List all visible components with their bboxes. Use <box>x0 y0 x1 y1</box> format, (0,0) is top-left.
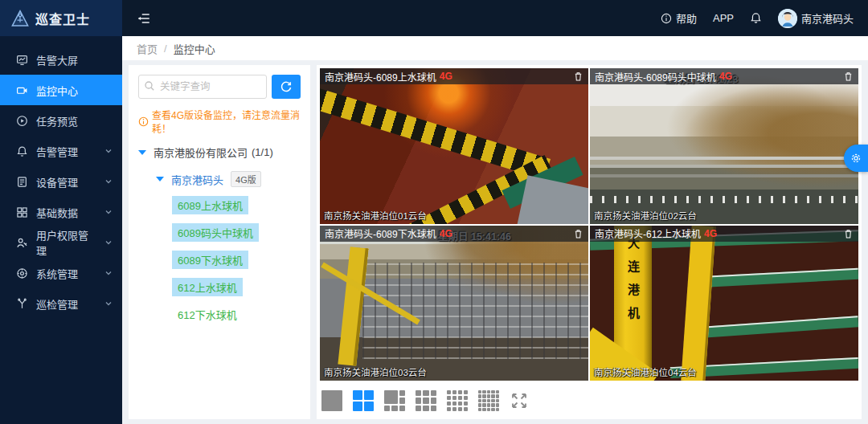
video-tile-6089-lower[interactable]: 星期日 15:41:46 南京港码头-6089下水球机 4G 南京扬关油港泊位0… <box>320 226 588 381</box>
tree-node-site: 南京港码头 4G版 <box>156 171 301 187</box>
camera-label[interactable]: 6089码头中球机 <box>172 223 259 242</box>
video-frame <box>320 226 588 381</box>
camera-item: 6089码头中球机 <box>172 223 301 242</box>
camera-item: 612下水球机 <box>172 305 301 324</box>
video-title-bar: 南京港码头-6089码头中球机 4G <box>590 68 858 84</box>
video-tile-6089-upper[interactable]: 南京港码头-6089上水球机 4G 南京扬关油港泊位01云台 <box>320 68 588 224</box>
device-icon <box>16 176 28 188</box>
sidebar-item-task-preview[interactable]: 任务预览 <box>0 105 122 136</box>
video-title: 南京港码头-6089码头中球机 <box>595 70 716 84</box>
app-logo-icon <box>11 10 29 27</box>
help-label: 帮助 <box>676 10 697 26</box>
layout-6-icon[interactable] <box>384 390 405 411</box>
user-menu[interactable]: 南京港码头 <box>778 9 854 28</box>
sidebar-item-patrol-management[interactable]: 巡检管理 <box>0 288 122 319</box>
camera-osd-caption: 南京扬关油港泊位01云台 <box>324 209 427 222</box>
data-grid-icon <box>16 206 28 218</box>
close-video-trash-icon[interactable] <box>843 228 854 239</box>
task-preview-icon <box>16 115 28 127</box>
sidebar-item-label: 告警管理 <box>36 144 78 159</box>
video-art <box>697 267 858 287</box>
sidebar-item-monitor-center[interactable]: 监控中心 <box>0 75 122 105</box>
search-field-wrap <box>138 75 267 99</box>
notification-bell-button[interactable] <box>750 12 762 24</box>
video-4g-tag: 4G <box>440 228 452 239</box>
video-title-bar: 南京港码头-6089上水球机 4G <box>320 68 588 84</box>
layout-1-icon[interactable] <box>321 390 342 411</box>
video-title: 南京港码头-6089上水球机 <box>325 70 436 84</box>
chevron-down-icon <box>104 300 113 308</box>
video-art <box>590 196 858 203</box>
gear-icon <box>850 152 862 165</box>
sidebar-item-label: 任务预览 <box>36 113 78 128</box>
video-art <box>590 157 858 160</box>
video-art <box>702 316 858 338</box>
video-tile-6089-middle[interactable]: 星期日 15:41:23 南京港码头-6089码头中球机 4G 南京扬关油港泊位… <box>590 68 858 224</box>
tree-expander-icon[interactable] <box>138 150 146 155</box>
sidebar-item-alarm-screen[interactable]: 告警大屏 <box>0 44 122 75</box>
sidebar-item-label: 用户权限管理 <box>36 227 96 258</box>
sidebar-item-system-management[interactable]: 系统管理 <box>0 258 122 288</box>
content-area: 查看4G版设备监控，请注意流量消耗！ 南京港股份有限公司 (1/1) 南京港码头… <box>122 60 868 424</box>
app-link[interactable]: APP <box>713 12 734 24</box>
camera-label[interactable]: 612上水球机 <box>172 278 243 296</box>
sidebar-item-alarm-management[interactable]: 告警管理 <box>0 136 122 166</box>
breadcrumb-home[interactable]: 首页 <box>137 41 158 56</box>
chevron-down-icon <box>104 147 113 155</box>
close-video-trash-icon[interactable] <box>573 71 583 82</box>
video-wall-panel: 南京港码头-6089上水球机 4G 南京扬关油港泊位01云台 星期日 15:41… <box>317 65 862 419</box>
help-button[interactable]: 帮助 <box>661 10 697 26</box>
video-art <box>517 175 588 223</box>
topbar: 帮助 APP 南京港码头 <box>122 0 868 36</box>
tree-expander-icon[interactable] <box>156 177 164 181</box>
user-name: 南京港码头 <box>801 10 854 26</box>
bell-icon <box>750 12 762 24</box>
alarm-screen-icon <box>16 54 28 66</box>
camera-label[interactable]: 612下水球机 <box>172 305 243 324</box>
sidebar-item-label: 告警大屏 <box>36 52 78 67</box>
breadcrumb-separator: / <box>164 43 167 55</box>
tree-node-company: 南京港股份有限公司 (1/1) <box>138 145 301 160</box>
layout-toolbar <box>320 381 858 416</box>
patrol-icon <box>16 298 28 310</box>
close-video-trash-icon[interactable] <box>843 71 854 82</box>
layout-25-icon[interactable] <box>478 390 499 411</box>
device-tree: 南京港股份有限公司 (1/1) 南京港码头 4G版 6089上水球机 6089码… <box>138 145 301 324</box>
alarm-bell-icon <box>16 145 28 157</box>
refresh-button[interactable] <box>272 75 301 99</box>
video-tile-612-upper[interactable]: 大连港机 南京港码头-612上水球机 4G 南京扬关油港泊位04云台 <box>590 226 858 381</box>
search-icon <box>144 80 155 95</box>
site-label[interactable]: 南京港码头 <box>171 172 223 187</box>
sidebar-item-basic-data[interactable]: 基础数据 <box>0 197 122 227</box>
video-title-bar: 南京港码头-6089下水球机 4G <box>320 226 588 242</box>
avatar <box>778 9 797 28</box>
traffic-notice: 查看4G版设备监控，请注意流量消耗！ <box>138 108 301 135</box>
sidebar-item-label: 系统管理 <box>36 266 78 281</box>
sidebar-item-device-management[interactable]: 设备管理 <box>0 166 122 197</box>
close-video-trash-icon[interactable] <box>573 228 583 239</box>
layout-4-icon[interactable] <box>353 390 374 411</box>
layout-16-icon[interactable] <box>447 390 468 411</box>
video-4g-tag: 4G <box>440 71 452 82</box>
layout-9-icon[interactable] <box>416 390 436 411</box>
monitor-center-icon <box>16 84 28 96</box>
fullscreen-icon[interactable] <box>510 391 529 410</box>
breadcrumb: 首页 / 监控中心 <box>122 36 868 60</box>
camera-label[interactable]: 6089上水球机 <box>172 196 248 214</box>
topbar-actions: 帮助 APP 南京港码头 <box>661 9 854 28</box>
company-label[interactable]: 南京港股份有限公司 <box>154 145 248 160</box>
sidebar-collapse-icon[interactable] <box>137 11 151 26</box>
camera-item: 6089下水球机 <box>172 251 301 269</box>
notice-text: 查看4G版设备监控，请注意流量消耗！ <box>152 108 301 135</box>
sidebar-item-user-permission[interactable]: 用户权限管理 <box>0 227 122 258</box>
search-input[interactable] <box>138 75 267 99</box>
camera-osd-caption: 南京扬关油港泊位02云台 <box>594 209 697 222</box>
app-logo: 巡查卫士 <box>0 0 122 36</box>
video-4g-tag: 4G <box>704 228 717 239</box>
sidebar-item-label: 基础数据 <box>36 205 78 220</box>
app-title: 巡查卫士 <box>35 9 90 28</box>
sidebar-item-label: 设备管理 <box>36 174 78 190</box>
settings-gear-tab[interactable] <box>844 145 868 172</box>
site-4g-badge: 4G版 <box>231 171 261 187</box>
camera-label[interactable]: 6089下水球机 <box>172 251 248 269</box>
